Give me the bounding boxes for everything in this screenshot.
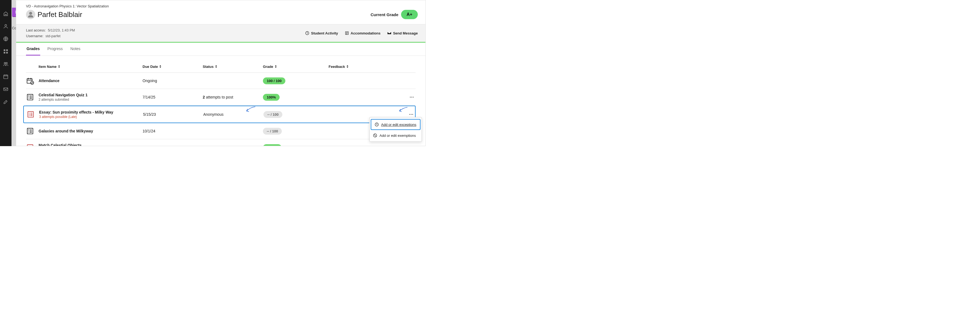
accommodations-link[interactable]: Accommodations — [345, 31, 380, 35]
sort-icon — [274, 65, 277, 68]
sort-icon — [215, 65, 218, 68]
info-bar: Last access: 5/12/23, 1:43 PM Username: … — [16, 24, 425, 43]
table-row[interactable]: Match Celestial Objects 3 attempts submi… — [26, 139, 415, 146]
item-name: Attendance — [38, 78, 143, 83]
groups-icon[interactable] — [3, 61, 8, 67]
row-actions-menu: Add or edit exceptions Add or edit exemp… — [369, 117, 422, 142]
svg-point-6 — [4, 62, 5, 64]
svg-point-22 — [412, 114, 413, 115]
menu-add-exemptions[interactable]: Add or edit exemptions — [370, 131, 422, 140]
quiz-icon — [26, 127, 34, 135]
essay-icon — [27, 110, 35, 118]
table-row[interactable]: Galaxies around the Milkyway 10/1/24 -- … — [26, 123, 415, 139]
svg-rect-8 — [4, 75, 8, 78]
panel-header: VD - Astronavigation Physics 1: Vector S… — [16, 0, 425, 24]
due-date: 5/15/23 — [143, 112, 203, 116]
svg-point-10 — [29, 12, 32, 15]
svg-point-18 — [413, 97, 414, 98]
menu-add-exceptions[interactable]: Add or edit exceptions — [371, 119, 420, 130]
svg-point-17 — [412, 97, 412, 98]
student-name: Parfet Balblair — [38, 10, 82, 19]
more-button[interactable] — [408, 94, 415, 100]
student-activity-link[interactable]: Student Activity — [305, 31, 338, 35]
table-row[interactable]: Celestial Navigation Quiz 1 2 attempts s… — [26, 89, 415, 106]
attendance-icon — [26, 76, 34, 85]
table-row[interactable]: Essay: Sun proximity effects - Milky Way… — [23, 106, 415, 123]
globe-icon[interactable] — [3, 36, 8, 41]
tab-progress[interactable]: Progress — [47, 43, 63, 56]
col-status[interactable]: Status — [203, 65, 263, 68]
svg-rect-3 — [6, 49, 8, 51]
send-message-link[interactable]: Send Message — [387, 31, 418, 35]
grades-table: Item Name Due Date Status Grade Feedback… — [16, 56, 425, 146]
avatar — [26, 10, 35, 19]
compose-icon[interactable] — [3, 99, 8, 105]
svg-point-20 — [409, 114, 410, 115]
due-date: Ongoing — [143, 78, 203, 83]
table-row[interactable]: Attendance Ongoing 100 / 100 — [26, 73, 415, 89]
svg-point-21 — [411, 114, 412, 115]
status: Completed — [203, 145, 263, 146]
item-name: Match Celestial Objects — [38, 143, 143, 146]
svg-rect-24 — [27, 145, 33, 146]
background-strip — [11, 0, 16, 146]
grade-cell: -- / 100 — [264, 111, 329, 118]
dashboard-icon[interactable] — [3, 49, 8, 54]
calendar-icon[interactable] — [3, 74, 8, 80]
tab-notes[interactable]: Notes — [70, 43, 81, 56]
due-date: 1/7/23 — [143, 145, 203, 146]
more-button[interactable] — [407, 111, 415, 117]
col-due[interactable]: Due Date — [143, 65, 203, 68]
essay-icon — [26, 143, 34, 146]
tab-grades[interactable]: Grades — [26, 43, 40, 56]
svg-rect-5 — [6, 52, 8, 54]
item-subtext: 2 attempts submitted — [38, 98, 143, 102]
svg-point-7 — [6, 62, 7, 64]
col-feedback[interactable]: Feedback — [329, 65, 399, 68]
sort-icon — [346, 65, 349, 68]
svg-rect-2 — [4, 49, 5, 51]
item-name: Galaxies around the Milkyway — [38, 129, 143, 133]
item-name: Celestial Navigation Quiz 1 — [38, 93, 143, 97]
mail-icon[interactable] — [3, 86, 8, 92]
col-item[interactable]: Item Name — [38, 65, 143, 68]
course-title: VD - Astronavigation Physics 1: Vector S… — [26, 4, 418, 8]
current-grade-pill: A+ — [401, 10, 418, 19]
svg-point-0 — [5, 24, 7, 26]
due-date: 10/1/24 — [143, 129, 203, 133]
svg-rect-4 — [4, 52, 5, 54]
student-detail-panel: VD - Astronavigation Physics 1: Vector S… — [16, 0, 426, 146]
due-date: 7/14/25 — [143, 95, 203, 99]
item-subtext: 3 attempts possible (Late) — [39, 115, 143, 119]
grade-cell: 20 / 20 — [263, 144, 329, 146]
grade-cell: -- / 100 — [263, 128, 329, 135]
svg-rect-9 — [4, 88, 8, 91]
tabs: Grades Progress Notes — [16, 43, 425, 56]
item-name: Essay: Sun proximity effects - Milky Way — [39, 110, 143, 115]
status: 2 attempts to post — [203, 95, 263, 99]
last-access: Last access: 5/12/23, 1:43 PM — [26, 28, 75, 32]
sort-icon — [159, 65, 162, 68]
svg-point-16 — [410, 97, 410, 98]
more-button[interactable] — [408, 145, 415, 146]
grade-cell: 100% — [263, 94, 329, 101]
table-header: Item Name Due Date Status Grade Feedback — [26, 61, 415, 73]
quiz-icon — [26, 93, 34, 101]
username: Username: std-parfet — [26, 34, 75, 38]
sort-icon — [58, 65, 60, 68]
col-grade[interactable]: Grade — [263, 65, 329, 68]
grade-cell: 100 / 100 — [263, 77, 329, 84]
current-grade-label: Current Grade — [371, 12, 398, 17]
status: Anonymous — [203, 112, 264, 116]
institution-icon[interactable] — [3, 11, 8, 16]
nav-rail — [0, 0, 11, 146]
user-icon[interactable] — [3, 24, 8, 29]
